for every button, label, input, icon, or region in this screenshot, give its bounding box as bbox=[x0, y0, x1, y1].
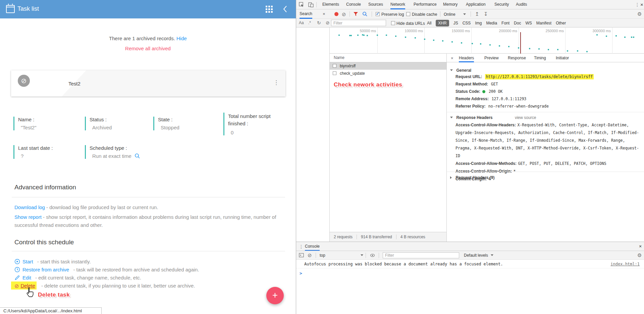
tab-headers[interactable]: Headers bbox=[459, 54, 474, 62]
request-headers-section-header[interactable]: Request Headers (9) bbox=[450, 174, 495, 180]
filter-img[interactable]: Img bbox=[475, 21, 482, 25]
toolbar-separator bbox=[372, 11, 372, 17]
settings-gear-icon[interactable]: ⚙ bbox=[637, 11, 642, 16]
request-row[interactable]: check_update bbox=[330, 70, 446, 77]
tab-application[interactable]: Application bbox=[466, 0, 486, 8]
network-overview[interactable]: 50000 ms 100000 ms 150000 ms 200000 ms 2… bbox=[330, 27, 644, 54]
preserve-log-label[interactable]: Preserve log bbox=[381, 12, 404, 17]
filter-other[interactable]: Other bbox=[556, 21, 566, 25]
tab-preview[interactable]: Preview bbox=[484, 54, 499, 61]
throttling-select[interactable]: Online bbox=[444, 12, 455, 17]
drawer-menu-icon[interactable]: ⋮ bbox=[299, 244, 304, 249]
console-sidebar-icon[interactable] bbox=[299, 253, 304, 258]
regex-icon[interactable]: .* bbox=[308, 21, 311, 25]
console-source-link[interactable]: index.html:1 bbox=[610, 262, 640, 266]
edit-link[interactable]: Edit bbox=[22, 275, 31, 280]
inspect-element-icon[interactable] bbox=[299, 2, 304, 7]
filter-js[interactable]: JS bbox=[453, 21, 458, 25]
disable-cache-label[interactable]: Disable cache bbox=[412, 12, 437, 17]
search-pane-tab[interactable]: Search bbox=[300, 9, 312, 19]
filter-media[interactable]: Media bbox=[486, 21, 497, 25]
magnifier-icon[interactable] bbox=[135, 153, 140, 159]
view-source-link[interactable]: view source bbox=[515, 115, 536, 120]
hide-data-urls-checkbox[interactable] bbox=[391, 21, 395, 25]
response-headers-section-header[interactable]: Response Headers view source bbox=[450, 114, 536, 120]
export-har-icon[interactable]: ↧ bbox=[484, 11, 488, 16]
device-toolbar-icon[interactable] bbox=[308, 2, 314, 7]
preserve-log-checkbox[interactable]: ✓ bbox=[376, 12, 380, 16]
overview-request-dot bbox=[508, 46, 509, 47]
network-filter-input[interactable] bbox=[331, 20, 386, 26]
console-settings-gear-icon[interactable]: ⚙ bbox=[637, 253, 642, 258]
kebab-menu-icon[interactable]: ⋮ bbox=[273, 80, 279, 85]
filter-all[interactable]: All bbox=[427, 21, 431, 25]
filter-funnel-icon[interactable] bbox=[354, 12, 358, 16]
clear-console-icon[interactable]: ⊘ bbox=[308, 253, 312, 258]
play-circle-icon[interactable] bbox=[14, 259, 20, 264]
filter-manifest[interactable]: Manifest bbox=[536, 21, 551, 25]
filter-ws[interactable]: WS bbox=[525, 21, 532, 25]
overview-gridline bbox=[471, 27, 472, 54]
chevron-left-icon[interactable] bbox=[283, 5, 287, 13]
match-case-icon[interactable]: Aa bbox=[299, 21, 304, 25]
request-type-filters: All XHR JS CSS Img Media Font Doc WS Man… bbox=[427, 20, 566, 26]
tab-timing[interactable]: Timing bbox=[534, 54, 546, 61]
tab-audits[interactable]: Audits bbox=[516, 0, 527, 8]
filter-xhr[interactable]: XHR bbox=[436, 20, 449, 26]
console-filter-input[interactable] bbox=[383, 252, 459, 258]
throttling-dropdown-arrow[interactable] bbox=[463, 13, 466, 15]
filter-css[interactable]: CSS bbox=[463, 21, 471, 25]
devtools-close-icon[interactable]: × bbox=[640, 2, 643, 7]
status-code-row: Status Code: 200 OK bbox=[455, 88, 502, 94]
restore-clock-icon[interactable] bbox=[14, 267, 20, 272]
show-report-link[interactable]: Show report bbox=[14, 214, 42, 220]
hide-data-urls-label[interactable]: Hide data URLs bbox=[396, 21, 425, 26]
edit-pencil-icon[interactable] bbox=[14, 275, 20, 280]
request-row-selected[interactable]: biynxlrsff bbox=[330, 62, 446, 70]
clear-network-icon[interactable]: ⊘ bbox=[342, 12, 346, 17]
field-scheduled-label: Scheduled type : bbox=[90, 145, 140, 151]
refresh-search-icon[interactable]: ↻ bbox=[317, 20, 321, 25]
console-drawer-tab[interactable]: Console bbox=[305, 242, 320, 251]
filter-font[interactable]: Font bbox=[501, 21, 509, 25]
download-log-link[interactable]: Download log bbox=[14, 204, 45, 210]
live-expression-eye-icon[interactable] bbox=[370, 253, 375, 258]
requests-name-header[interactable]: Name bbox=[330, 54, 446, 62]
edit-desc: - edit current task, change name, schedu… bbox=[35, 275, 141, 280]
console-prompt-chevron[interactable]: > bbox=[300, 271, 302, 276]
levels-dropdown-arrow[interactable] bbox=[491, 254, 493, 256]
tab-memory[interactable]: Memory bbox=[443, 0, 458, 8]
tab-network[interactable]: Network bbox=[390, 0, 405, 9]
start-link[interactable]: Start bbox=[22, 259, 33, 264]
devtools-menu-icon[interactable]: ⋮ bbox=[635, 2, 640, 7]
tab-response[interactable]: Response bbox=[508, 54, 526, 61]
remove-all-archived-link[interactable]: Remove all archived bbox=[0, 46, 296, 51]
console-context-select[interactable]: top bbox=[320, 253, 325, 258]
scheduled-value-text: Run at exact time bbox=[92, 153, 131, 159]
add-task-fab[interactable]: + bbox=[266, 287, 284, 304]
general-section-header[interactable]: General bbox=[450, 67, 471, 73]
tab-initiator[interactable]: Initiator bbox=[556, 54, 569, 61]
filter-doc[interactable]: Doc bbox=[514, 21, 521, 25]
import-har-icon[interactable]: ↥ bbox=[475, 11, 479, 16]
task-card[interactable]: ⊘ Test2 ⋮ bbox=[11, 70, 285, 97]
console-close-icon[interactable]: × bbox=[639, 244, 642, 249]
tab-console[interactable]: Console bbox=[346, 0, 361, 8]
tab-elements[interactable]: Elements bbox=[322, 0, 339, 8]
tab-security[interactable]: Security bbox=[494, 0, 509, 8]
overview-gridline bbox=[377, 27, 378, 54]
disable-cache-checkbox[interactable] bbox=[406, 12, 410, 16]
hide-link[interactable]: Hide bbox=[176, 36, 187, 41]
record-network-log-icon[interactable] bbox=[334, 12, 338, 16]
search-close-icon[interactable]: × bbox=[323, 11, 325, 16]
clear-search-icon[interactable]: ⊘ bbox=[326, 20, 330, 25]
restore-link[interactable]: Restore from archive bbox=[22, 267, 69, 272]
overview-time-label: 200000 ms bbox=[494, 29, 517, 33]
context-dropdown-arrow[interactable] bbox=[361, 254, 363, 256]
details-close-icon[interactable]: × bbox=[451, 56, 453, 61]
tab-performance[interactable]: Performance bbox=[414, 0, 437, 8]
tab-sources[interactable]: Sources bbox=[368, 0, 383, 8]
apps-grid-icon[interactable] bbox=[266, 6, 273, 13]
console-levels-select[interactable]: Default levels bbox=[464, 253, 488, 258]
search-network-icon[interactable] bbox=[362, 11, 368, 17]
